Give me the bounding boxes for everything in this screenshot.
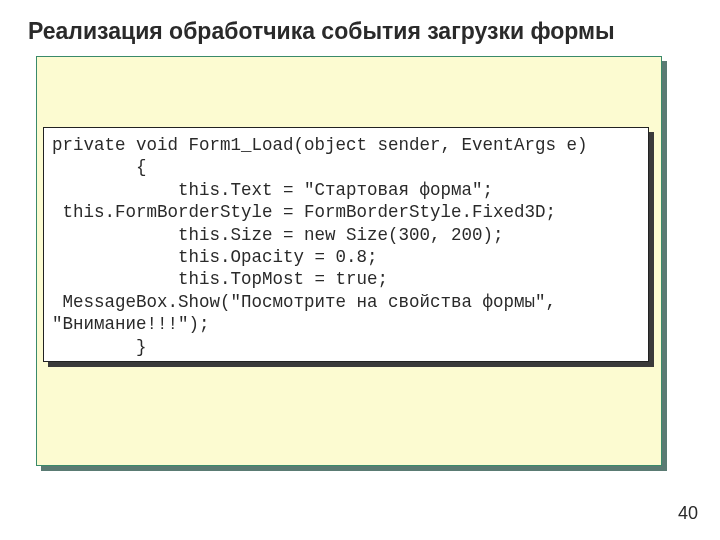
code-line: }	[52, 337, 147, 357]
page-number: 40	[678, 503, 698, 524]
code-line: this.TopMost = true;	[52, 269, 388, 289]
code-line: this.Size = new Size(300, 200);	[52, 225, 504, 245]
code-line: this.Text = "Стартовая форма";	[52, 180, 493, 200]
code-line: this.FormBorderStyle = FormBorderStyle.F…	[52, 202, 556, 222]
slide-title: Реализация обработчика события загрузки …	[28, 18, 692, 45]
code-line: {	[52, 157, 147, 177]
code-line: "Внимание!!!");	[52, 314, 210, 334]
code-line: private void Form1_Load(object sender, E…	[52, 135, 588, 155]
code-box: private void Form1_Load(object sender, E…	[43, 127, 649, 362]
code-line: MessageBox.Show("Посмотрите на свойства …	[52, 292, 556, 312]
slide: Реализация обработчика события загрузки …	[0, 0, 720, 540]
code-line: this.Opacity = 0.8;	[52, 247, 378, 267]
